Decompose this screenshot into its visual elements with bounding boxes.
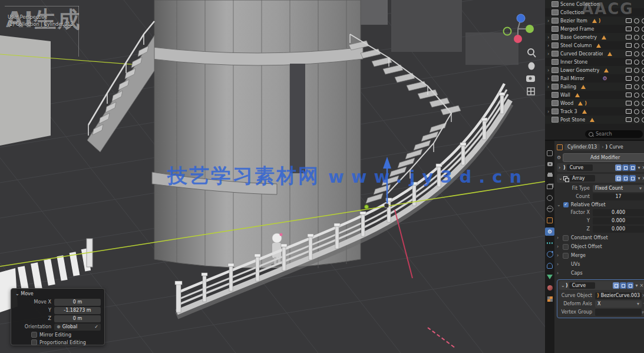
disable-in-viewport-icon[interactable] xyxy=(626,109,632,114)
curve-object-field[interactable]: ) BezierCurve.003 xyxy=(595,292,642,299)
expand-arrow-icon[interactable]: › xyxy=(547,51,551,57)
modifier-menu-icon[interactable]: ▾ xyxy=(638,165,640,170)
delete-modifier-icon[interactable]: × xyxy=(642,176,644,181)
operator-checkbox-row[interactable]: Proportional Editing xyxy=(31,339,101,346)
outliner-item-label[interactable]: Lower Geometry xyxy=(560,68,599,73)
collapse-icon[interactable]: ⌄ xyxy=(15,291,19,296)
modifier-name[interactable]: Curve xyxy=(567,164,593,171)
expand-arrow-icon[interactable]: › xyxy=(547,43,551,48)
disable-in-viewport-icon[interactable] xyxy=(626,51,632,56)
tab-scene-icon[interactable] xyxy=(546,194,554,202)
hide-in-viewport-icon[interactable] xyxy=(634,68,639,73)
hide-in-viewport-icon[interactable] xyxy=(634,109,639,114)
hide-in-viewport-icon[interactable] xyxy=(634,76,639,81)
expand-arrow-icon[interactable]: › xyxy=(557,270,560,276)
relative-offset-checkbox[interactable]: ✓ xyxy=(563,202,569,207)
tab-modifiers-icon[interactable]: ⚙ xyxy=(545,227,554,236)
expand-arrow-icon[interactable]: › xyxy=(557,253,560,258)
modifier-section-row[interactable]: › Object Offset xyxy=(557,242,644,251)
hide-in-viewport-icon[interactable] xyxy=(634,84,639,90)
expand-arrow-icon[interactable]: › xyxy=(547,18,551,24)
hide-in-viewport-icon[interactable] xyxy=(634,93,639,98)
orientation-dropdown[interactable]: ⊕ Global ✓ xyxy=(54,324,101,331)
clear-icon[interactable]: × xyxy=(642,293,644,298)
section-checkbox[interactable] xyxy=(563,235,569,241)
outliner-item-label[interactable]: Post Stone xyxy=(560,117,585,123)
outliner-row[interactable]: › Inner Stone ) ⚙ xyxy=(545,58,644,66)
disable-in-viewport-icon[interactable] xyxy=(626,27,632,31)
checkbox[interactable] xyxy=(31,332,37,338)
modifier-menu-icon[interactable]: ▾ xyxy=(638,176,640,181)
outliner-item-label[interactable]: Base Geometry xyxy=(560,35,597,40)
disable-in-viewport-icon[interactable] xyxy=(626,117,632,122)
breadcrumb-data[interactable]: Curve xyxy=(609,144,623,150)
breadcrumb-object[interactable]: Cylinder.013 xyxy=(564,144,600,150)
add-modifier-button[interactable]: Add Modifier xyxy=(563,153,644,162)
outliner-row[interactable]: › Wood ) ⚙ xyxy=(545,99,644,107)
outliner-row[interactable]: › Track 3 ) ⚙ xyxy=(545,107,644,116)
relative-offset-row[interactable]: ⌄ ✓ Relative Offset xyxy=(557,201,644,209)
expand-arrow-icon[interactable]: › xyxy=(559,165,562,170)
expand-arrow-icon[interactable]: › xyxy=(557,262,560,267)
factor-field[interactable]: 0.000 xyxy=(593,226,644,233)
viewport-3d[interactable]: AI生成 User Perspective (1) Collection | C… xyxy=(0,0,545,353)
hide-in-viewport-icon[interactable] xyxy=(634,60,639,65)
expand-arrow-icon[interactable]: › xyxy=(547,76,551,81)
outliner-row[interactable]: › Scene Collection ) ⚙ xyxy=(545,0,644,8)
disable-in-render-icon[interactable] xyxy=(642,76,644,81)
modifier-section-row[interactable]: › Merge xyxy=(557,251,644,260)
modifier-display-toggles[interactable] xyxy=(615,175,636,182)
outliner-item-label[interactable]: Scene Collection xyxy=(560,2,600,7)
hide-in-viewport-icon[interactable] xyxy=(634,51,639,57)
outliner-row[interactable]: › Steel Column ) ⚙ xyxy=(545,41,644,50)
outliner-row[interactable]: › Railing ) ⚙ xyxy=(545,83,644,91)
disable-in-render-icon[interactable] xyxy=(642,68,644,73)
viewport-controls[interactable] xyxy=(527,49,536,95)
outliner-row[interactable]: › Base Geometry ) ⚙ xyxy=(545,33,644,41)
ground-plane[interactable] xyxy=(0,35,51,146)
outliner-item-label[interactable]: Wood xyxy=(560,101,573,106)
outliner-row[interactable]: › Lower Geometry ) ⚙ xyxy=(545,66,644,74)
modifier-header-curve[interactable]: › ) Curve ▾ × xyxy=(557,163,644,172)
field-value[interactable]: -1.18273 m xyxy=(54,307,101,314)
expand-arrow-icon[interactable]: › xyxy=(557,235,560,240)
disable-in-render-icon[interactable] xyxy=(642,27,644,32)
disable-in-viewport-icon[interactable] xyxy=(626,76,632,81)
outliner-item-label[interactable]: Steel Column xyxy=(560,43,592,48)
hide-in-viewport-icon[interactable] xyxy=(634,43,639,48)
disable-in-viewport-icon[interactable] xyxy=(626,60,632,64)
count-field[interactable]: 17 xyxy=(593,193,644,200)
factor-field[interactable]: 0.000 xyxy=(593,217,644,225)
axis-z-handle[interactable] xyxy=(517,14,525,22)
tab-output-icon[interactable] xyxy=(546,171,554,179)
outliner-item-label[interactable]: Rail Mirror xyxy=(560,76,584,81)
vertex-group-field[interactable] xyxy=(595,309,642,316)
disable-in-render-icon[interactable] xyxy=(642,101,644,106)
toggle-grid-icon[interactable] xyxy=(527,88,534,95)
modifier-name[interactable]: Array xyxy=(569,175,595,182)
invert-vertex-group-icon[interactable]: ⇄ xyxy=(642,309,644,315)
outliner-item-label[interactable]: Merged Frame xyxy=(560,27,595,32)
fit-type-dropdown[interactable]: Fixed Count ▾ xyxy=(593,185,644,192)
modifier-section-row[interactable]: › Constant Offset xyxy=(557,233,644,242)
outliner-row[interactable]: › Curved Decoration ) ⚙ xyxy=(545,50,644,58)
collapse-arrow-icon[interactable]: ⌄ xyxy=(561,283,564,288)
outliner-row[interactable]: › Rail Mirror ) ⚙ xyxy=(545,74,644,83)
hide-in-viewport-icon[interactable] xyxy=(634,101,639,106)
delete-modifier-icon[interactable]: × xyxy=(639,283,643,288)
outliner-item-label[interactable]: Wall xyxy=(560,93,570,98)
modifier-section-row[interactable]: › UVs xyxy=(557,260,644,269)
outliner-editor[interactable]: › Scene Collection ) ⚙ › Collec xyxy=(545,0,644,140)
disable-in-viewport-icon[interactable] xyxy=(626,84,632,89)
collapse-arrow-icon[interactable]: ⌄ xyxy=(559,176,562,181)
tab-view-layer-icon[interactable] xyxy=(546,183,554,190)
outliner-item-label[interactable]: Bezier Item xyxy=(560,18,587,24)
operator-checkbox-row[interactable]: Mirror Editing xyxy=(31,331,101,338)
modifier-menu-icon[interactable]: ▾ xyxy=(635,283,638,288)
tab-object-icon[interactable] xyxy=(546,216,554,224)
zoom-icon[interactable] xyxy=(528,49,536,57)
outliner-row[interactable]: › Bezier Item ) ⚙ xyxy=(545,17,644,25)
section-checkbox[interactable] xyxy=(563,244,569,250)
disable-in-viewport-icon[interactable] xyxy=(626,68,632,72)
field-value[interactable]: 0 m xyxy=(54,315,101,322)
